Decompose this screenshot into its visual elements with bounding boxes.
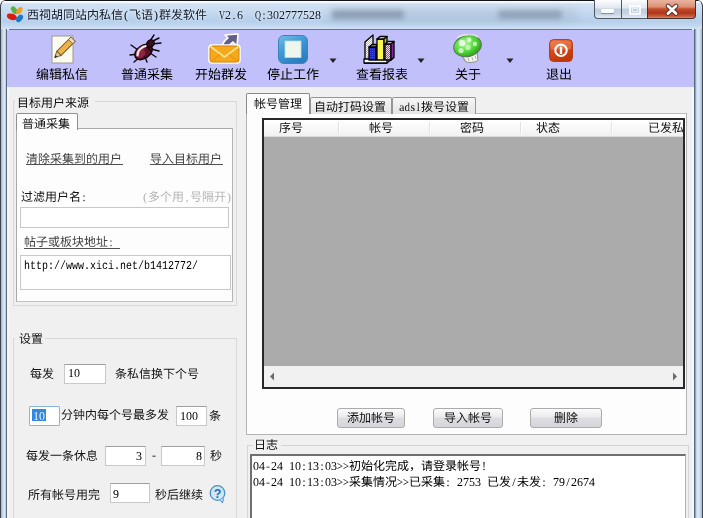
svg-text:?: ?: [214, 487, 222, 501]
